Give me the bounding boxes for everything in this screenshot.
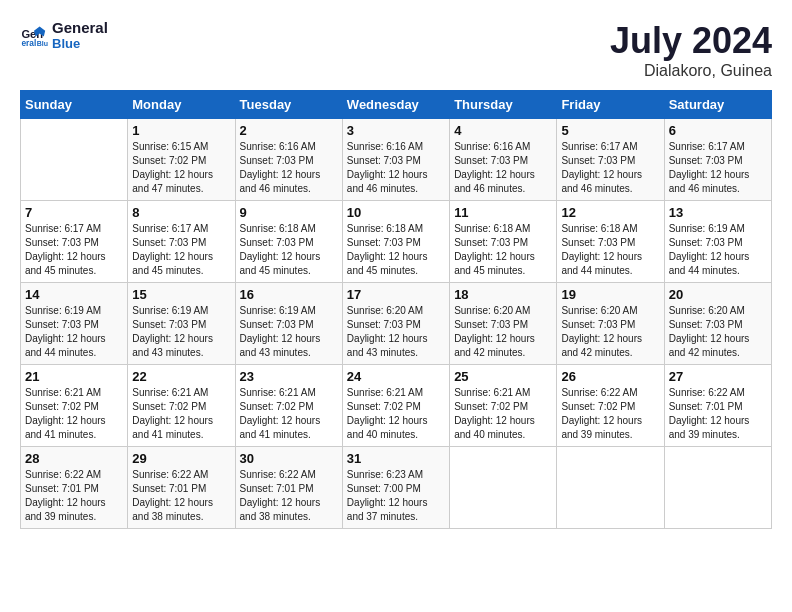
day-number: 6 <box>669 123 767 138</box>
page-header: Gen eral Blue General Blue July 2024 Dia… <box>20 20 772 80</box>
day-number: 20 <box>669 287 767 302</box>
day-info: Sunrise: 6:22 AM Sunset: 7:01 PM Dayligh… <box>132 468 230 524</box>
day-info: Sunrise: 6:18 AM Sunset: 7:03 PM Dayligh… <box>240 222 338 278</box>
day-number: 18 <box>454 287 552 302</box>
day-number: 30 <box>240 451 338 466</box>
day-number: 3 <box>347 123 445 138</box>
day-info: Sunrise: 6:19 AM Sunset: 7:03 PM Dayligh… <box>240 304 338 360</box>
day-info: Sunrise: 6:19 AM Sunset: 7:03 PM Dayligh… <box>132 304 230 360</box>
calendar-day-cell: 20Sunrise: 6:20 AM Sunset: 7:03 PM Dayli… <box>664 283 771 365</box>
day-number: 29 <box>132 451 230 466</box>
day-number: 25 <box>454 369 552 384</box>
calendar-body: 1Sunrise: 6:15 AM Sunset: 7:02 PM Daylig… <box>21 119 772 529</box>
day-number: 5 <box>561 123 659 138</box>
day-number: 12 <box>561 205 659 220</box>
calendar-empty-cell <box>664 447 771 529</box>
day-info: Sunrise: 6:19 AM Sunset: 7:03 PM Dayligh… <box>25 304 123 360</box>
calendar-week-row: 21Sunrise: 6:21 AM Sunset: 7:02 PM Dayli… <box>21 365 772 447</box>
calendar-week-row: 14Sunrise: 6:19 AM Sunset: 7:03 PM Dayli… <box>21 283 772 365</box>
calendar-day-cell: 23Sunrise: 6:21 AM Sunset: 7:02 PM Dayli… <box>235 365 342 447</box>
calendar-day-cell: 27Sunrise: 6:22 AM Sunset: 7:01 PM Dayli… <box>664 365 771 447</box>
day-number: 11 <box>454 205 552 220</box>
day-info: Sunrise: 6:22 AM Sunset: 7:01 PM Dayligh… <box>25 468 123 524</box>
logo-icon: Gen eral Blue <box>20 21 48 49</box>
calendar-week-row: 28Sunrise: 6:22 AM Sunset: 7:01 PM Dayli… <box>21 447 772 529</box>
weekday-header-wednesday: Wednesday <box>342 91 449 119</box>
calendar-day-cell: 4Sunrise: 6:16 AM Sunset: 7:03 PM Daylig… <box>450 119 557 201</box>
svg-text:Blue: Blue <box>37 41 48 48</box>
day-info: Sunrise: 6:21 AM Sunset: 7:02 PM Dayligh… <box>347 386 445 442</box>
day-number: 10 <box>347 205 445 220</box>
calendar-day-cell: 10Sunrise: 6:18 AM Sunset: 7:03 PM Dayli… <box>342 201 449 283</box>
day-info: Sunrise: 6:21 AM Sunset: 7:02 PM Dayligh… <box>454 386 552 442</box>
calendar-empty-cell <box>557 447 664 529</box>
weekday-header-row: SundayMondayTuesdayWednesdayThursdayFrid… <box>21 91 772 119</box>
calendar-day-cell: 2Sunrise: 6:16 AM Sunset: 7:03 PM Daylig… <box>235 119 342 201</box>
day-info: Sunrise: 6:15 AM Sunset: 7:02 PM Dayligh… <box>132 140 230 196</box>
calendar-table: SundayMondayTuesdayWednesdayThursdayFrid… <box>20 90 772 529</box>
day-info: Sunrise: 6:18 AM Sunset: 7:03 PM Dayligh… <box>561 222 659 278</box>
svg-text:eral: eral <box>21 39 36 49</box>
calendar-day-cell: 16Sunrise: 6:19 AM Sunset: 7:03 PM Dayli… <box>235 283 342 365</box>
calendar-day-cell: 1Sunrise: 6:15 AM Sunset: 7:02 PM Daylig… <box>128 119 235 201</box>
day-info: Sunrise: 6:22 AM Sunset: 7:01 PM Dayligh… <box>669 386 767 442</box>
calendar-week-row: 1Sunrise: 6:15 AM Sunset: 7:02 PM Daylig… <box>21 119 772 201</box>
calendar-day-cell: 25Sunrise: 6:21 AM Sunset: 7:02 PM Dayli… <box>450 365 557 447</box>
weekday-header-monday: Monday <box>128 91 235 119</box>
calendar-day-cell: 12Sunrise: 6:18 AM Sunset: 7:03 PM Dayli… <box>557 201 664 283</box>
day-number: 21 <box>25 369 123 384</box>
calendar-day-cell: 5Sunrise: 6:17 AM Sunset: 7:03 PM Daylig… <box>557 119 664 201</box>
day-number: 26 <box>561 369 659 384</box>
calendar-day-cell: 7Sunrise: 6:17 AM Sunset: 7:03 PM Daylig… <box>21 201 128 283</box>
day-number: 16 <box>240 287 338 302</box>
calendar-day-cell: 26Sunrise: 6:22 AM Sunset: 7:02 PM Dayli… <box>557 365 664 447</box>
weekday-header-sunday: Sunday <box>21 91 128 119</box>
day-info: Sunrise: 6:21 AM Sunset: 7:02 PM Dayligh… <box>132 386 230 442</box>
day-number: 1 <box>132 123 230 138</box>
weekday-header-friday: Friday <box>557 91 664 119</box>
calendar-day-cell: 28Sunrise: 6:22 AM Sunset: 7:01 PM Dayli… <box>21 447 128 529</box>
logo-text-line2: Blue <box>52 37 108 51</box>
day-info: Sunrise: 6:21 AM Sunset: 7:02 PM Dayligh… <box>25 386 123 442</box>
title-block: July 2024 Dialakoro, Guinea <box>610 20 772 80</box>
calendar-week-row: 7Sunrise: 6:17 AM Sunset: 7:03 PM Daylig… <box>21 201 772 283</box>
day-info: Sunrise: 6:17 AM Sunset: 7:03 PM Dayligh… <box>669 140 767 196</box>
calendar-day-cell: 11Sunrise: 6:18 AM Sunset: 7:03 PM Dayli… <box>450 201 557 283</box>
calendar-title: July 2024 <box>610 20 772 62</box>
day-number: 31 <box>347 451 445 466</box>
day-number: 13 <box>669 205 767 220</box>
calendar-day-cell: 14Sunrise: 6:19 AM Sunset: 7:03 PM Dayli… <box>21 283 128 365</box>
calendar-day-cell: 17Sunrise: 6:20 AM Sunset: 7:03 PM Dayli… <box>342 283 449 365</box>
day-number: 17 <box>347 287 445 302</box>
day-info: Sunrise: 6:19 AM Sunset: 7:03 PM Dayligh… <box>669 222 767 278</box>
day-number: 28 <box>25 451 123 466</box>
day-number: 19 <box>561 287 659 302</box>
day-info: Sunrise: 6:21 AM Sunset: 7:02 PM Dayligh… <box>240 386 338 442</box>
day-info: Sunrise: 6:20 AM Sunset: 7:03 PM Dayligh… <box>561 304 659 360</box>
calendar-day-cell: 24Sunrise: 6:21 AM Sunset: 7:02 PM Dayli… <box>342 365 449 447</box>
weekday-header-tuesday: Tuesday <box>235 91 342 119</box>
calendar-day-cell: 6Sunrise: 6:17 AM Sunset: 7:03 PM Daylig… <box>664 119 771 201</box>
day-number: 22 <box>132 369 230 384</box>
day-info: Sunrise: 6:18 AM Sunset: 7:03 PM Dayligh… <box>347 222 445 278</box>
day-number: 4 <box>454 123 552 138</box>
day-info: Sunrise: 6:16 AM Sunset: 7:03 PM Dayligh… <box>347 140 445 196</box>
calendar-day-cell: 15Sunrise: 6:19 AM Sunset: 7:03 PM Dayli… <box>128 283 235 365</box>
calendar-day-cell: 13Sunrise: 6:19 AM Sunset: 7:03 PM Dayli… <box>664 201 771 283</box>
day-number: 23 <box>240 369 338 384</box>
weekday-header-thursday: Thursday <box>450 91 557 119</box>
day-info: Sunrise: 6:23 AM Sunset: 7:00 PM Dayligh… <box>347 468 445 524</box>
day-info: Sunrise: 6:17 AM Sunset: 7:03 PM Dayligh… <box>25 222 123 278</box>
calendar-day-cell: 29Sunrise: 6:22 AM Sunset: 7:01 PM Dayli… <box>128 447 235 529</box>
calendar-day-cell: 30Sunrise: 6:22 AM Sunset: 7:01 PM Dayli… <box>235 447 342 529</box>
calendar-day-cell: 3Sunrise: 6:16 AM Sunset: 7:03 PM Daylig… <box>342 119 449 201</box>
calendar-header: SundayMondayTuesdayWednesdayThursdayFrid… <box>21 91 772 119</box>
day-number: 2 <box>240 123 338 138</box>
calendar-subtitle: Dialakoro, Guinea <box>610 62 772 80</box>
day-number: 8 <box>132 205 230 220</box>
calendar-day-cell: 8Sunrise: 6:17 AM Sunset: 7:03 PM Daylig… <box>128 201 235 283</box>
day-info: Sunrise: 6:16 AM Sunset: 7:03 PM Dayligh… <box>454 140 552 196</box>
day-number: 14 <box>25 287 123 302</box>
day-number: 27 <box>669 369 767 384</box>
day-info: Sunrise: 6:17 AM Sunset: 7:03 PM Dayligh… <box>561 140 659 196</box>
